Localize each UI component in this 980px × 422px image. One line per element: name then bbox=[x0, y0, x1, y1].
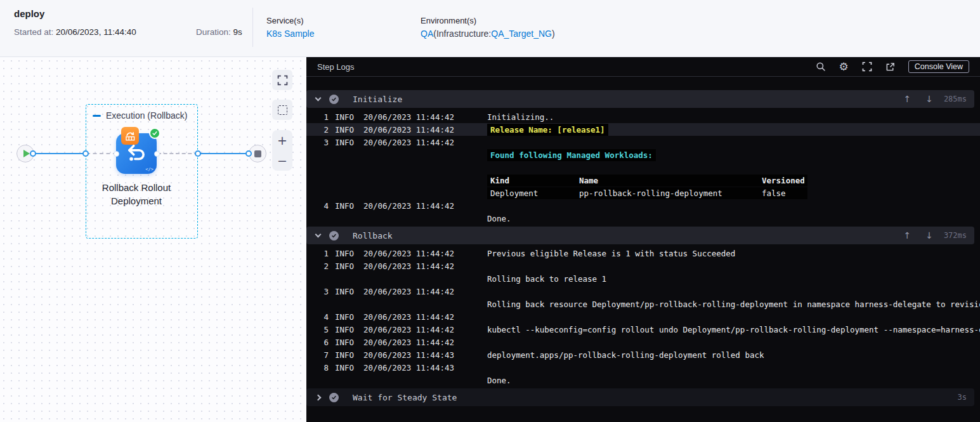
log-message: Release Name: [release1] bbox=[487, 124, 980, 136]
log-row[interactable]: 8INFO20/06/2023 11:44:43 bbox=[306, 361, 980, 374]
log-row[interactable]: 2INFO20/06/2023 11:44:42 bbox=[306, 260, 980, 272]
gear-icon[interactable]: ⚙ bbox=[839, 62, 849, 72]
highlighted-log-text: Found following Managed Workloads: bbox=[487, 149, 656, 161]
log-timestamp: 20/06/2023 11:44:43 bbox=[363, 363, 487, 373]
log-row[interactable]: Rolling back resource Deployment/pp-roll… bbox=[306, 298, 980, 310]
chevron-down-icon[interactable] bbox=[315, 232, 322, 238]
log-line-number: 1 bbox=[313, 112, 329, 122]
open-in-new-icon[interactable] bbox=[885, 62, 895, 72]
search-icon[interactable] bbox=[816, 62, 826, 72]
step-logs-title: Step Logs bbox=[317, 62, 355, 72]
log-row[interactable]: KindNameVersioned bbox=[306, 174, 980, 187]
log-section-header-rollback[interactable]: Rollback↑↓372ms bbox=[306, 227, 974, 244]
log-level: INFO bbox=[335, 312, 363, 322]
table-cell: Versioned bbox=[762, 175, 804, 187]
log-section-title: Wait for Steady State bbox=[353, 393, 457, 402]
chevron-right-icon[interactable] bbox=[315, 394, 322, 400]
log-section-header-initialize[interactable]: Initialize↑↓285ms bbox=[306, 90, 974, 108]
scroll-to-top-icon[interactable]: ↑ bbox=[903, 230, 911, 241]
log-message: Done. bbox=[487, 376, 980, 385]
expand-logs-icon[interactable] bbox=[862, 62, 872, 72]
duration-label: Duration: bbox=[196, 27, 231, 37]
success-check-icon bbox=[149, 128, 160, 139]
console-view-button[interactable]: Console View bbox=[908, 60, 969, 73]
log-row[interactable]: Deploymentpp-rollback-rolling-deployment… bbox=[306, 187, 980, 199]
section-duration: 3s bbox=[958, 393, 967, 402]
log-timestamp: 20/06/2023 11:44:42 bbox=[363, 201, 487, 211]
log-row[interactable]: 3INFO20/06/2023 11:44:42 bbox=[306, 136, 980, 148]
zoom-out-button[interactable]: − bbox=[272, 150, 292, 171]
log-row[interactable]: 3INFO20/06/2023 11:44:42 bbox=[306, 285, 980, 298]
log-timestamp: 20/06/2023 11:44:42 bbox=[363, 112, 487, 122]
connector-dot bbox=[195, 150, 201, 157]
log-message: Previous eligible Release is 1 with stat… bbox=[487, 249, 980, 258]
log-message: KindNameVersioned bbox=[487, 175, 980, 187]
status-success-icon bbox=[329, 393, 339, 402]
log-section-header-wait-for-steady-state[interactable]: Wait for Steady State3s bbox=[306, 388, 974, 406]
log-level: INFO bbox=[335, 338, 363, 347]
log-section-title: Initialize bbox=[353, 95, 402, 104]
zoom-in-button[interactable]: + bbox=[272, 130, 292, 150]
log-level: INFO bbox=[335, 287, 363, 296]
execution-group-title: Execution (Rollback) bbox=[93, 110, 187, 121]
log-row[interactable]: 1INFO20/06/2023 11:44:42Initializing.. bbox=[306, 110, 980, 123]
log-message: Initializing.. bbox=[487, 112, 980, 122]
pipeline-canvas[interactable]: Execution (Rollback) bbox=[0, 57, 306, 422]
log-row[interactable]: 7INFO20/06/2023 11:44:43deployment.apps/… bbox=[306, 348, 980, 361]
log-line-number: 2 bbox=[313, 125, 329, 135]
connector-line bbox=[33, 153, 86, 154]
section-duration: 372ms bbox=[944, 231, 967, 240]
log-row[interactable]: Found following Managed Workloads: bbox=[306, 148, 980, 161]
fullscreen-icon bbox=[277, 75, 288, 86]
connector-line-dashed bbox=[86, 153, 117, 154]
table-cell: false bbox=[762, 187, 804, 199]
log-row[interactable]: Done. bbox=[306, 212, 980, 225]
log-row[interactable] bbox=[306, 161, 980, 174]
log-row[interactable]: Rolling back to release 1 bbox=[306, 272, 980, 285]
duration-value: 9s bbox=[233, 27, 242, 37]
execution-page: deploy Started at: 20/06/2023, 11:44:40 … bbox=[0, 0, 980, 422]
started-value: 20/06/2023, 11:44:40 bbox=[56, 27, 136, 37]
log-timestamp: 20/06/2023 11:44:42 bbox=[363, 338, 487, 347]
log-timestamp: 20/06/2023 11:44:43 bbox=[363, 350, 487, 360]
scroll-to-bottom-icon[interactable]: ↓ bbox=[925, 94, 933, 104]
selection-icon bbox=[278, 105, 287, 115]
log-timestamp: 20/06/2023 11:44:42 bbox=[363, 325, 487, 334]
log-row[interactable]: 6INFO20/06/2023 11:44:42 bbox=[306, 336, 980, 348]
canvas-select-button[interactable] bbox=[272, 100, 292, 120]
log-level: INFO bbox=[335, 249, 363, 258]
step-label: Rollback Rollout Deployment bbox=[79, 181, 193, 208]
log-row[interactable]: Done. bbox=[306, 374, 980, 386]
log-message: Done. bbox=[487, 214, 980, 223]
service-link[interactable]: K8s Sample bbox=[266, 29, 314, 39]
services-label: Service(s) bbox=[266, 16, 314, 25]
rollback-step-node[interactable]: </> bbox=[116, 133, 157, 174]
log-rows-initialize: 1INFO20/06/2023 11:44:42Initializing..2I… bbox=[306, 108, 980, 225]
log-line-number: 1 bbox=[313, 249, 329, 258]
duration: Duration: 9s bbox=[196, 27, 242, 37]
header-divider bbox=[252, 8, 253, 47]
log-row[interactable]: 2INFO20/06/2023 11:44:42Release Name: [r… bbox=[306, 123, 980, 136]
chevron-down-icon[interactable] bbox=[315, 95, 322, 102]
connector-line-dashed bbox=[157, 153, 198, 154]
log-line-number: 5 bbox=[313, 325, 329, 334]
environment-link[interactable]: QA(Infrastructure:QA_Target_NG) bbox=[421, 29, 555, 39]
highlighted-log-text: Release Name: [release1] bbox=[487, 124, 608, 136]
table-header: KindNameVersioned bbox=[487, 175, 807, 187]
collapse-icon[interactable] bbox=[93, 115, 101, 117]
log-level: INFO bbox=[335, 261, 363, 271]
canvas-fullscreen-button[interactable] bbox=[272, 70, 292, 90]
log-row[interactable]: 4INFO20/06/2023 11:44:42 bbox=[306, 199, 980, 212]
log-row[interactable]: 4INFO20/06/2023 11:44:42 bbox=[306, 310, 980, 323]
log-timestamp: 20/06/2023 11:44:42 bbox=[363, 312, 487, 322]
log-level: INFO bbox=[335, 350, 363, 360]
pipeline-title: deploy bbox=[14, 8, 44, 19]
scroll-to-top-icon[interactable]: ↑ bbox=[903, 94, 911, 104]
log-line-number: 4 bbox=[313, 312, 329, 322]
log-toolbar: Step Logs ⚙ Console View bbox=[306, 57, 980, 77]
log-row[interactable]: 1INFO20/06/2023 11:44:42Previous eligibl… bbox=[306, 247, 980, 260]
log-row[interactable]: 5INFO20/06/2023 11:44:42kubectl --kubeco… bbox=[306, 323, 980, 336]
section-duration: 285ms bbox=[944, 95, 967, 103]
scroll-to-bottom-icon[interactable]: ↓ bbox=[925, 230, 933, 241]
log-level: INFO bbox=[335, 363, 363, 373]
